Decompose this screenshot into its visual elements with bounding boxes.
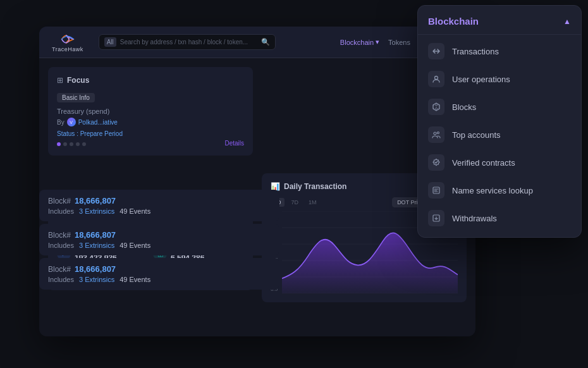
dropdown-item-withdrawals[interactable]: Withdrawals: [418, 204, 581, 232]
logo-area: TraceHawk: [52, 32, 83, 52]
extrinsics-2[interactable]: 3 Extrinsics: [79, 242, 114, 249]
extrinsics-1[interactable]: 3 Extrinsics: [79, 207, 114, 215]
by-row: By V Polkad...iative: [57, 118, 244, 126]
logo-icon: [58, 32, 78, 46]
dropdown-item-name-services[interactable]: Name services lookup: [418, 176, 581, 204]
dropdown-arrow-icon[interactable]: ▲: [563, 17, 571, 26]
time-btn-7d[interactable]: 7D: [288, 198, 302, 207]
by-label: By: [57, 119, 64, 126]
events-1[interactable]: 49 Events: [119, 207, 150, 215]
logo-text: TraceHawk: [52, 46, 83, 52]
dropdown-menu: Blockchain ▲ Transactions User operation…: [417, 5, 582, 238]
block-label-2: Block#: [48, 231, 71, 240]
verified-icon: [428, 154, 444, 171]
user-ops-icon: [428, 71, 444, 87]
svg-point-6: [435, 77, 438, 80]
status-text: Status : Prepare Period: [57, 130, 244, 137]
dot-1: [57, 142, 61, 146]
dropdown-item-user-ops[interactable]: User operations: [418, 65, 581, 93]
blocks-label: Blocks: [452, 102, 476, 112]
dropdown-header: Blockchain ▲: [418, 16, 581, 35]
blocks-list: Block# 18,666,807 Includes 3 Extrinsics …: [39, 190, 279, 290]
includes-1: Includes: [48, 207, 74, 215]
user-ops-label: User operations: [452, 75, 510, 84]
top-accounts-label: Top accounts: [452, 130, 501, 140]
name-services-icon: [428, 182, 444, 199]
search-filter[interactable]: All: [104, 37, 116, 47]
block-label-3: Block#: [48, 265, 71, 274]
svg-point-7: [434, 132, 436, 135]
dot-3: [70, 142, 73, 146]
dropdown-item-blocks[interactable]: Blocks: [418, 93, 581, 121]
block-num-2[interactable]: 18,666,807: [75, 230, 116, 240]
focus-title: Focus: [67, 76, 89, 85]
dot-5: [82, 142, 86, 146]
by-link[interactable]: Polkad...iative: [78, 119, 118, 126]
verified-label: Verified contracts: [452, 158, 515, 168]
daily-tx-title: Daily Transaction: [284, 182, 346, 191]
block-num-3[interactable]: 18,666,807: [75, 264, 116, 274]
nav-tokens[interactable]: Tokens: [388, 39, 410, 46]
dropdown-item-top-accounts[interactable]: Top accounts: [418, 121, 581, 149]
includes-3: Includes: [48, 276, 74, 283]
transactions-label: Transactions: [452, 47, 499, 56]
search-placeholder: Search by address / txn hash / block / t…: [120, 39, 257, 46]
top-accounts-icon: [428, 126, 444, 143]
search-icon[interactable]: 🔍: [261, 38, 270, 46]
extrinsics-3[interactable]: 3 Extrinsics: [79, 276, 114, 283]
includes-2: Includes: [48, 242, 74, 249]
block-item-2: Block# 18,666,807 Includes 3 Extrinsics …: [39, 224, 279, 255]
search-bar[interactable]: All Search by address / txn hash / block…: [99, 34, 276, 50]
events-2[interactable]: 49 Events: [119, 242, 150, 249]
focus-icon: ⊞: [57, 76, 63, 85]
dropdown-item-transactions[interactable]: Transactions: [418, 37, 581, 65]
block-item-3: Block# 18,666,807 Includes 3 Extrinsics …: [39, 258, 279, 290]
nav-blockchain[interactable]: Blockchain ▾: [340, 38, 379, 46]
dot-2: [63, 142, 67, 146]
dropdown-item-verified[interactable]: Verified contracts: [418, 149, 581, 176]
withdrawals-label: Withdrawals: [452, 214, 497, 223]
focus-card-header: ⊞ Focus: [57, 76, 244, 85]
name-services-label: Name services lookup: [452, 186, 533, 195]
blocks-icon: [428, 99, 444, 115]
dot-4: [76, 142, 80, 146]
withdrawals-icon: [428, 210, 444, 226]
by-avatar: V: [67, 118, 76, 126]
basic-info-badge[interactable]: Basic Info: [57, 93, 95, 102]
events-3[interactable]: 49 Events: [119, 276, 150, 283]
top-nav: TraceHawk All Search by address / txn ha…: [39, 27, 475, 58]
focus-card: ⊞ Focus Basic Info Treasury (spend) By V…: [48, 67, 253, 156]
block-item-1: Block# 18,666,807 Includes 3 Extrinsics …: [39, 190, 279, 221]
details-link[interactable]: Details: [224, 140, 244, 147]
treasury-text: Treasury (spend): [57, 107, 244, 115]
dots-row: [57, 142, 244, 146]
svg-point-8: [438, 132, 439, 134]
time-btn-1m[interactable]: 1M: [305, 198, 320, 207]
block-num-1[interactable]: 18,666,807: [75, 196, 116, 205]
block-label-1: Block#: [48, 197, 71, 205]
transactions-icon: [428, 43, 444, 59]
dropdown-title: Blockchain: [428, 16, 479, 27]
main-window: TraceHawk All Search by address / txn ha…: [39, 27, 475, 336]
